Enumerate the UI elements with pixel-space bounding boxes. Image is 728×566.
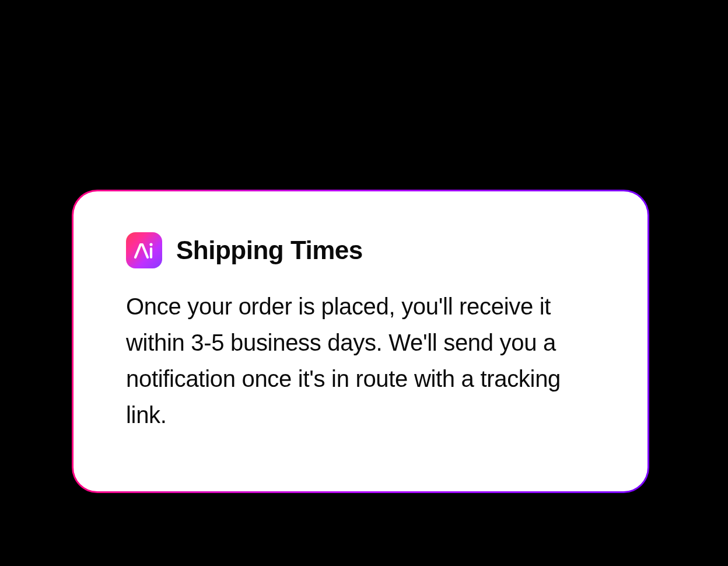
ai-app-icon bbox=[126, 232, 162, 268]
card-title: Shipping Times bbox=[176, 236, 363, 265]
shipping-info-card: Shipping Times Once your order is placed… bbox=[72, 190, 649, 493]
card-body: Once your order is placed, you'll receiv… bbox=[126, 288, 595, 433]
card-header: Shipping Times bbox=[126, 232, 595, 268]
svg-point-1 bbox=[149, 243, 152, 246]
